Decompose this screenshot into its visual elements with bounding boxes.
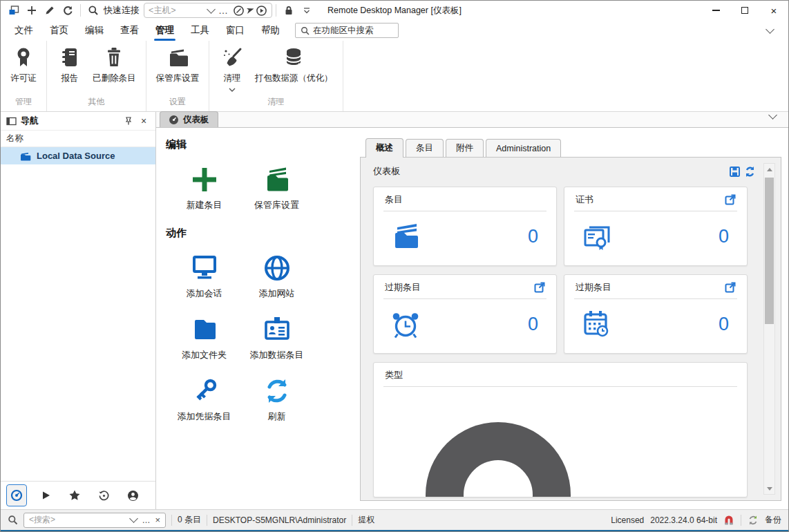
pin-icon[interactable]: [124, 116, 133, 126]
edit-button[interactable]: [41, 2, 59, 19]
cleanup-button[interactable]: 清理: [216, 44, 248, 93]
filter-more-button[interactable]: …: [142, 515, 150, 525]
sessions-view-button[interactable]: [35, 484, 56, 506]
ribbon-group-label: 清理: [209, 95, 343, 111]
refresh-icon[interactable]: [744, 166, 756, 178]
magnet-icon[interactable]: [723, 515, 734, 526]
minimize-button[interactable]: [701, 1, 730, 20]
plus-icon: [26, 5, 37, 16]
add-credential-entry-button[interactable]: 添加凭据条目: [168, 377, 240, 423]
tab-attachments[interactable]: 附件: [446, 139, 484, 157]
card-type-chart[interactable]: 类型: [373, 362, 748, 497]
ribbon-collapse-chevron-icon[interactable]: [767, 29, 773, 32]
scroll-down-icon[interactable]: [764, 484, 774, 493]
card-expired-entries-2[interactable]: 过期条目 0: [564, 274, 748, 354]
refresh-button[interactable]: [59, 2, 77, 19]
tab-administration[interactable]: Administration: [486, 139, 561, 157]
external-link-icon[interactable]: [534, 282, 545, 293]
scroll-up-icon[interactable]: [764, 164, 774, 174]
refresh-button[interactable]: 刷新: [240, 377, 313, 423]
name-column-header[interactable]: 名称: [1, 130, 155, 147]
close-button[interactable]: ×: [759, 1, 788, 20]
new-entry-button[interactable]: 新建条目: [168, 165, 240, 211]
deleted-entries-button[interactable]: 已删除条目: [90, 44, 139, 86]
ribbon-group-settings: 保管库设置 设置: [146, 41, 210, 111]
divider: [171, 515, 172, 526]
reports-button[interactable]: 报告: [54, 44, 86, 86]
host-input[interactable]: <主机>: [149, 5, 208, 17]
tree-item-label: Local Data Source: [37, 151, 115, 161]
quick-connect-label: 快速连接: [104, 4, 140, 17]
play-circle-icon[interactable]: [256, 5, 267, 17]
backup-sync-icon[interactable]: [748, 515, 759, 526]
connection-settings-icon[interactable]: [233, 5, 245, 17]
navigation-panel-icon: [6, 116, 17, 126]
tab-dashboard-label: 仪表板: [183, 114, 209, 126]
add-folder-button[interactable]: 添加文件夹: [168, 315, 240, 361]
chevron-down-icon[interactable]: [131, 518, 137, 522]
statusbar: <搜索> … × 0 条目 DESKTOP-S5MGNLR\Administra…: [1, 509, 788, 530]
clear-filter-icon[interactable]: ×: [155, 515, 160, 525]
user-view-button[interactable]: [122, 484, 143, 506]
add-entry-button[interactable]: [23, 2, 41, 19]
tab-dashboard[interactable]: 仪表板: [160, 111, 218, 127]
menu-file[interactable]: 文件: [6, 21, 41, 39]
lock-button[interactable]: [280, 2, 298, 19]
new-entry-label: 新建条目: [187, 199, 222, 211]
scrollbar-thumb[interactable]: [765, 178, 774, 324]
external-link-icon[interactable]: [725, 194, 736, 205]
license-button[interactable]: 许可证: [8, 44, 39, 86]
card-entries-title: 条目: [385, 193, 403, 206]
menu-administration[interactable]: 管理: [147, 21, 182, 39]
close-icon[interactable]: ×: [137, 115, 150, 126]
search-icon: [88, 5, 99, 16]
quick-connect-search-button[interactable]: [84, 2, 102, 19]
divider: [352, 515, 352, 526]
tab-overview[interactable]: 概述: [365, 138, 403, 158]
vault-settings-button[interactable]: 保管库设置: [240, 165, 313, 211]
add-session-button[interactable]: 添加会话: [168, 254, 240, 300]
navigation-panel: 导航 × 名称 Local Data Source: [1, 112, 156, 509]
external-link-icon[interactable]: [725, 282, 736, 293]
tab-entries[interactable]: 条目: [406, 139, 444, 157]
trash-icon: [102, 46, 126, 69]
menu-home[interactable]: 首页: [41, 21, 77, 39]
pack-data-source-button[interactable]: 打包数据源（优化）: [252, 44, 336, 86]
privilege-label[interactable]: 提权: [358, 514, 374, 526]
menu-tools[interactable]: 工具: [182, 21, 218, 39]
backup-label[interactable]: 备份: [765, 514, 781, 526]
chevron-down-icon[interactable]: [208, 9, 214, 12]
tab-list-chevron-icon[interactable]: [770, 115, 776, 118]
dashboard-scrollbar[interactable]: [763, 163, 775, 495]
card-expired-entries[interactable]: 过期条目 0: [373, 274, 557, 354]
divider: [207, 515, 207, 526]
window-new-icon: [8, 5, 19, 16]
dashboard-view-button[interactable]: [6, 484, 27, 506]
card-expired-entries-title: 过期条目: [385, 281, 421, 294]
favorites-view-button[interactable]: [64, 484, 85, 506]
cursor-icon[interactable]: [245, 5, 256, 16]
card-certificates[interactable]: 证书 0: [564, 187, 748, 266]
add-data-entry-button[interactable]: 添加数据条目: [240, 315, 313, 361]
menu-view[interactable]: 查看: [112, 21, 147, 39]
chevron-down-icon: [229, 88, 236, 92]
more-options-button[interactable]: …: [214, 5, 233, 16]
toolbar-expand-button[interactable]: [298, 2, 316, 19]
card-entries[interactable]: 条目 0: [373, 187, 557, 266]
add-website-button[interactable]: 添加网站: [240, 254, 313, 300]
maximize-button[interactable]: [730, 1, 759, 20]
history-view-button[interactable]: [93, 484, 114, 506]
ribbon-search-input[interactable]: 在功能区中搜索: [295, 23, 399, 38]
menu-help[interactable]: 帮助: [253, 21, 288, 39]
user-icon: [127, 490, 139, 502]
add-session-label: 添加会话: [187, 287, 222, 300]
tree-item-local-data-source[interactable]: Local Data Source: [1, 147, 155, 164]
vault-settings-button[interactable]: 保管库设置: [153, 44, 202, 86]
save-icon[interactable]: [729, 166, 741, 178]
menu-edit[interactable]: 编辑: [77, 21, 112, 39]
license-status: Licensed: [611, 515, 644, 525]
filter-search-input[interactable]: <搜索> … ×: [23, 513, 166, 528]
menu-window[interactable]: 窗口: [218, 21, 253, 39]
add-folder-label: 添加文件夹: [182, 349, 227, 361]
new-window-button[interactable]: [5, 2, 23, 19]
